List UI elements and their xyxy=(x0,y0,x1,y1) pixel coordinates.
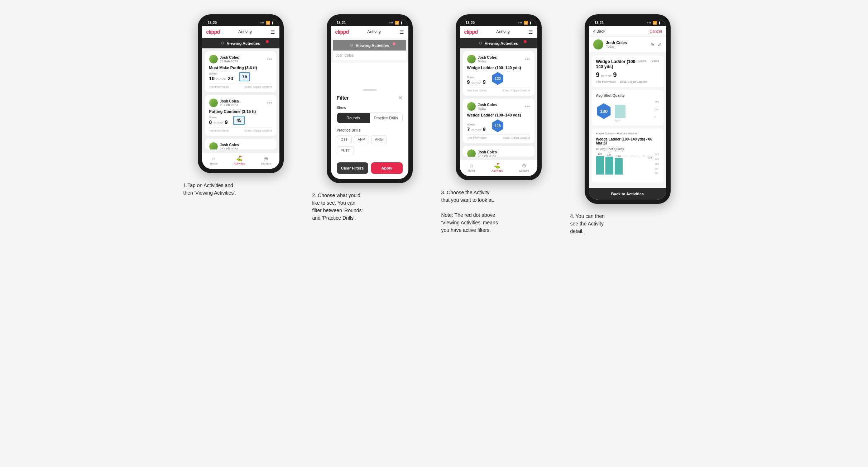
score-inline-1-2: 0 OUT OF 9 xyxy=(209,119,228,125)
nav-home-3[interactable]: ⌂ Home xyxy=(468,163,475,172)
session-sub-4: ••• Avg Shot Quality xyxy=(596,147,659,151)
step-1-col: 13:20 ▪▪▪ 📶 ▮ clippd Activity ☰ ⚙ Vie xyxy=(183,14,298,235)
back-btn-4[interactable]: < Back xyxy=(593,29,605,33)
s-y-120: 120 xyxy=(655,158,659,160)
tag-putt-2[interactable]: PUTT xyxy=(337,146,354,155)
activity-card-1-3[interactable]: Josh Coles 28 Feb 2023 xyxy=(205,139,277,149)
nav-activities-3[interactable]: ⛳ Activities xyxy=(491,163,503,172)
user-date-3-1: Today xyxy=(478,59,497,63)
y-axis-4: 100 50 0 xyxy=(655,100,659,118)
score-card-top-4: Wedge Ladder (100–140 yds) 9 OUT OF 9 xyxy=(596,59,659,79)
expand-icon-4[interactable]: ⤢ xyxy=(658,42,662,47)
user-info-1-2: Josh Coles 28 Feb 2023 xyxy=(209,99,239,107)
clear-filters-btn-2[interactable]: Clear Filters xyxy=(337,162,368,174)
nav-activities-1[interactable]: ⛳ Activities xyxy=(234,156,245,165)
capture-label-3: Capture xyxy=(519,169,529,172)
card-footer-1-2: Test Information Data: Clippd Capture xyxy=(209,127,272,132)
home-icon-3: ⌂ xyxy=(470,163,473,168)
activity-card-3-1[interactable]: Josh Coles Today ••• Wedge Ladder (100–1… xyxy=(463,51,534,96)
home-label-1: Home xyxy=(210,162,217,165)
tag-app-2[interactable]: APP xyxy=(354,135,369,144)
viewing-banner-1[interactable]: ⚙ Viewing Activities xyxy=(202,38,279,48)
filter-icon-2: ⚙ xyxy=(350,43,354,48)
activity-card-3-2[interactable]: Josh Coles Today ••• Wedge Ladder (100–1… xyxy=(463,99,534,143)
score-val-3-2: 7 xyxy=(467,127,470,132)
cancel-btn-4[interactable]: Cancel xyxy=(649,29,662,33)
phone-3-inner: 13:20 ▪▪▪ 📶 ▮ clippd Activity ☰ ⚙ Viewin… xyxy=(460,19,537,176)
app-title-2: Activity xyxy=(367,29,381,34)
drill-title-4: Wedge Ladder (100–140 yds) xyxy=(596,59,639,69)
y-label-100-4: 100 xyxy=(655,100,659,103)
activity-title-1-1: Must Make Putting (3-6 ft) xyxy=(209,66,272,70)
filter-sheet-2: Filter ✕ Show Rounds Practice Drills Pra… xyxy=(331,84,408,179)
score-shots-cols-4: Score Shots xyxy=(638,59,659,62)
user-name-3-3: Josh Coles xyxy=(478,150,497,154)
nav-capture-1[interactable]: ⊕ Capture xyxy=(261,156,271,165)
signal-icon-3: ▪▪▪ xyxy=(518,21,522,25)
activity-title-3-1: Wedge Ladder (100–140 yds) xyxy=(467,66,530,70)
score-number-4: 9 xyxy=(596,71,600,79)
edit-icon-4[interactable]: ✎ xyxy=(651,42,655,47)
footer-left-3-1: Test Information xyxy=(467,89,488,92)
score-shots-header-4: Score Shots xyxy=(638,59,659,62)
score-block-1-2: Score 0 OUT OF 9 xyxy=(209,116,228,125)
more-dots-1-1[interactable]: ••• xyxy=(267,56,272,62)
activity-list-1: Josh Coles 28 Feb 2023 ••• Must Make Put… xyxy=(202,48,279,152)
activity-card-3-3[interactable]: Josh Coles 28 Feb 2023 xyxy=(463,146,534,157)
chart-bar-4 xyxy=(615,105,625,118)
user-date-3-3: 28 Feb 2023 xyxy=(478,154,497,157)
tag-arg-2[interactable]: ARG xyxy=(371,135,387,144)
score-val-3-1: 9 xyxy=(467,79,470,85)
avatar-1-2 xyxy=(209,99,218,107)
detail-user-row-4: Josh Coles Today ✎ ⤢ xyxy=(589,37,666,53)
bar-2-4: 129 xyxy=(605,153,613,175)
back-to-activities-btn-4[interactable]: Back to Activities xyxy=(589,188,666,200)
tag-ott-2[interactable]: OTT xyxy=(337,135,352,144)
user-details-1-3: Josh Coles 28 Feb 2023 xyxy=(220,143,239,150)
more-dots-3-2[interactable]: ••• xyxy=(525,104,530,109)
caption-4: 4. You can thensee the Activitydetail. xyxy=(570,213,685,235)
session-title-4: Wedge Ladder (100–140 yds) - 06 Mar 23 xyxy=(596,137,659,145)
detail-user-name-4: Josh Coles xyxy=(606,40,627,45)
card-user-row-1-3: Josh Coles 28 Feb 2023 xyxy=(209,142,272,149)
nav-home-1[interactable]: ⌂ Home xyxy=(210,156,217,165)
quality-hex-3-2: 118 xyxy=(491,119,504,132)
toggle-practice-2[interactable]: Practice Drills xyxy=(370,113,402,123)
drill-title-section-4: Wedge Ladder (100–140 yds) 9 OUT OF 9 xyxy=(596,59,639,79)
dashed-val-4: 124 xyxy=(648,156,652,159)
activity-card-1-1[interactable]: Josh Coles 28 Feb 2023 ••• Must Make Put… xyxy=(205,51,277,92)
app-title-3: Activity xyxy=(496,29,510,34)
more-dots-3-1[interactable]: ••• xyxy=(525,56,530,62)
quality-badge-1-2: 45 xyxy=(233,116,244,125)
footer-right-1-2: Data: Clippd Capture xyxy=(245,129,272,132)
status-icons-1: ▪▪▪ 📶 ▮ xyxy=(260,21,274,25)
card-footer-3-2: Test Information Data: Clippd Capture xyxy=(467,134,530,139)
app-logo-1: clippd xyxy=(206,29,220,35)
nav-capture-3[interactable]: ⊕ Capture xyxy=(519,163,529,172)
avg-quality-title-4: Avg Shot Quality xyxy=(596,94,659,97)
score-inline-1-1: 10 OUT OF 20 xyxy=(209,76,233,81)
app-header-3: clippd Activity ☰ xyxy=(460,26,537,38)
app-logo-2: clippd xyxy=(335,29,349,35)
shots-val-3-2: 9 xyxy=(483,127,486,132)
menu-icon-3[interactable]: ☰ xyxy=(528,29,533,35)
toggle-rounds-2[interactable]: Rounds xyxy=(337,113,370,123)
step-4-col: 13:21 ▪▪▪ 📶 ▮ < Back Cancel xyxy=(570,14,685,235)
close-btn-2[interactable]: ✕ xyxy=(398,95,403,101)
viewing-banner-3[interactable]: ⚙ Viewing Activities xyxy=(460,38,537,48)
avatar-3-1 xyxy=(467,55,476,63)
apply-btn-2[interactable]: Apply xyxy=(371,162,403,174)
signal-icon-4: ▪▪▪ xyxy=(647,21,651,25)
card-user-row-3-2: Josh Coles Today ••• xyxy=(467,102,530,111)
user-date-1-3: 28 Feb 2023 xyxy=(220,147,239,150)
page-container: 13:20 ▪▪▪ 📶 ▮ clippd Activity ☰ ⚙ Vie xyxy=(183,14,685,235)
activity-card-1-2[interactable]: Josh Coles 28 Feb 2023 ••• Putting Combi… xyxy=(205,95,277,136)
detail-user-text-4: Josh Coles Today xyxy=(606,40,627,48)
user-details-3-3: Josh Coles 28 Feb 2023 xyxy=(478,150,497,157)
menu-icon-2[interactable]: ☰ xyxy=(399,29,404,35)
quality-hex-3-1: 130 xyxy=(491,72,504,85)
menu-icon-1[interactable]: ☰ xyxy=(270,29,275,35)
more-dots-1-2[interactable]: ••• xyxy=(267,100,272,106)
user-name-1-3: Josh Coles xyxy=(220,143,239,147)
footer-left-1-1: Test Information xyxy=(209,85,230,89)
